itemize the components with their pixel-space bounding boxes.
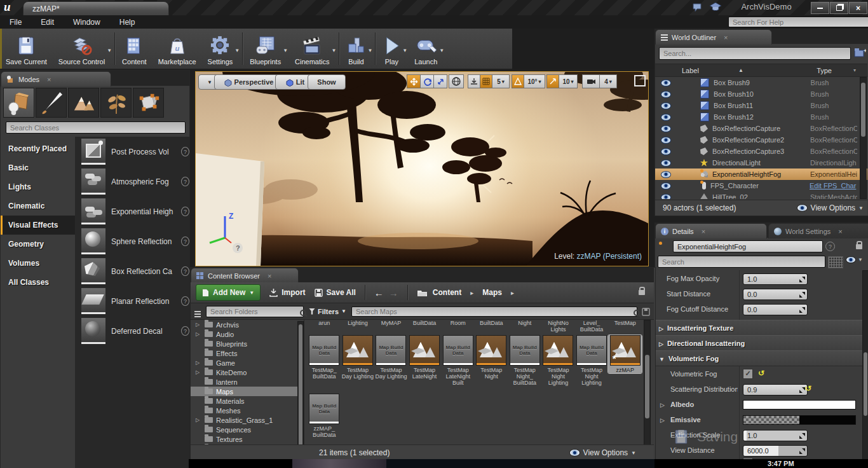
- mode-place-button[interactable]: [3, 88, 34, 118]
- start-distance-input[interactable]: 0.0: [743, 289, 808, 300]
- surface-snap-button[interactable]: [468, 74, 480, 88]
- world-coordinate-button[interactable]: [449, 74, 464, 88]
- blueprints-dropdown-arrow[interactable]: ▼: [283, 48, 288, 53]
- help-icon[interactable]: ?: [181, 207, 189, 216]
- settings-dropdown-arrow[interactable]: ▼: [234, 48, 240, 53]
- scale-snap-button[interactable]: [546, 74, 559, 88]
- placement-category[interactable]: Visual Effects: [1, 216, 75, 235]
- mode-foliage-button[interactable]: [100, 88, 132, 118]
- help-icon[interactable]: ?: [181, 326, 189, 336]
- property-matrix-button[interactable]: [828, 256, 843, 268]
- expand-arrow-icon[interactable]: ▷: [196, 369, 201, 375]
- folder-row[interactable]: Blueprints: [191, 339, 304, 348]
- forward-button[interactable]: →: [389, 287, 398, 298]
- details-tab[interactable]: i Details ×: [655, 223, 767, 238]
- outliner-view-options-button[interactable]: View Options ▼: [797, 203, 864, 212]
- visibility-eye-icon[interactable]: [661, 125, 671, 132]
- folder-tree-scrollbar-thumb[interactable]: [299, 324, 302, 449]
- asset-label[interactable]: BuiltData: [408, 320, 442, 335]
- assets-scrollbar[interactable]: [644, 320, 651, 446]
- blueprints-button[interactable]: Blueprints: [244, 29, 287, 69]
- camera-speed-value-button[interactable]: 4▾: [599, 74, 617, 88]
- expand-arrow-icon[interactable]: ▷: [196, 360, 201, 366]
- placement-category[interactable]: Cinematic: [1, 196, 75, 216]
- search-assets-input[interactable]: [351, 306, 637, 317]
- mode-landscape-button[interactable]: [68, 88, 99, 118]
- filters-button[interactable]: Filters ▼: [309, 308, 346, 315]
- add-folder-icon[interactable]: +: [853, 47, 866, 59]
- details-tab-close-icon[interactable]: ×: [702, 228, 705, 235]
- folder-tree-scrollbar[interactable]: [297, 321, 304, 456]
- placement-item[interactable]: Sphere Reflection ?: [75, 226, 189, 256]
- placement-category[interactable]: Lights: [1, 177, 75, 196]
- minimize-button[interactable]: [811, 2, 829, 14]
- save-all-button[interactable]: Save All: [315, 288, 356, 297]
- placement-item[interactable]: Deferred Decal ?: [75, 316, 189, 346]
- outliner-row[interactable]: Box Brush9 Brush: [655, 77, 867, 88]
- help-icon[interactable]: ?: [825, 242, 835, 251]
- viewport[interactable]: Z ? Level: zzMAP (Persistent): [195, 71, 649, 266]
- placement-category[interactable]: Volumes: [1, 254, 75, 273]
- world-settings-tab-close-icon[interactable]: ×: [838, 228, 842, 235]
- modes-tab[interactable]: Modes ×: [1, 71, 111, 86]
- expand-arrow-icon[interactable]: ▷: [196, 322, 201, 327]
- play-dropdown-arrow[interactable]: ▼: [402, 48, 407, 53]
- asset-item[interactable]: Map Build Data TestMap LateNight Built: [441, 335, 475, 386]
- expand-arrow-icon[interactable]: ▷: [196, 417, 201, 423]
- scattering-distribution-input[interactable]: 0.9: [743, 384, 808, 396]
- content-button[interactable]: Content: [116, 29, 153, 69]
- asset-label[interactable]: Level_ BuiltData: [575, 320, 609, 335]
- details-scrollbar[interactable]: [862, 270, 868, 460]
- perspective-button[interactable]: Perspective: [214, 74, 283, 90]
- outliner-search-input[interactable]: [659, 47, 851, 60]
- folder-row[interactable]: Effects: [191, 348, 304, 358]
- outliner-row[interactable]: HillTree_02 StaticMeshActo: [655, 191, 867, 199]
- close-button[interactable]: ×: [849, 2, 867, 14]
- breadcrumb-content[interactable]: Content: [433, 288, 461, 297]
- lock-icon[interactable]: [856, 244, 862, 249]
- visibility-eye-icon[interactable]: [661, 194, 671, 200]
- asset-item[interactable]: TestMap Night Lighting: [541, 335, 575, 386]
- reset-to-default-icon[interactable]: [758, 369, 764, 378]
- help-icon[interactable]: ?: [181, 266, 189, 276]
- asset-item[interactable]: TestMap LateNight: [408, 335, 442, 380]
- folder-row[interactable]: Meshes: [191, 406, 304, 415]
- level-tab[interactable]: zzMAP*: [23, 1, 169, 16]
- outliner-row[interactable]: Box Brush11 Brush: [655, 100, 867, 111]
- placement-item[interactable]: Atmospheric Fog ?: [75, 167, 189, 196]
- rotation-snap-value-button[interactable]: 10°▾: [524, 74, 545, 88]
- build-dropdown-arrow[interactable]: ▼: [367, 48, 372, 53]
- outliner-row[interactable]: DirectionalLight DirectionalLigh: [655, 157, 867, 169]
- import-button[interactable]: Import: [269, 288, 305, 297]
- section-directional-inscattering[interactable]: Directional Inscattering: [655, 335, 868, 351]
- restore-button[interactable]: [830, 2, 848, 14]
- menu-item[interactable]: Window: [64, 15, 110, 29]
- outliner-row[interactable]: FPS_Character Edit FPS_Char: [655, 180, 867, 191]
- details-search-input[interactable]: [658, 256, 825, 268]
- folder-row[interactable]: Materials: [191, 396, 304, 406]
- outliner-scrollbar-thumb[interactable]: [861, 83, 865, 137]
- placement-category[interactable]: Basic: [1, 158, 75, 177]
- search-classes-input[interactable]: [6, 121, 186, 134]
- content-browser-tab[interactable]: Content Browser ×: [191, 268, 299, 283]
- outliner-row[interactable]: BoxReflectionCapture2 BoxReflectionC: [655, 134, 867, 146]
- cinematics-dropdown-arrow[interactable]: ▼: [331, 48, 336, 53]
- placement-category[interactable]: Recently Placed: [1, 139, 75, 158]
- visibility-eye-icon[interactable]: [661, 160, 671, 167]
- visibility-eye-icon[interactable]: [661, 91, 671, 98]
- display-filter-button[interactable]: ▼: [846, 256, 863, 263]
- outliner-row[interactable]: Box Brush12 Brush: [655, 111, 867, 123]
- menu-item[interactable]: File: [0, 15, 31, 29]
- save-search-icon[interactable]: [642, 308, 650, 316]
- folder-row[interactable]: Textures: [191, 434, 304, 444]
- help-icon[interactable]: ?: [181, 237, 189, 246]
- section-inscattering-texture[interactable]: Inscattering Texture: [655, 320, 868, 336]
- cinematics-button[interactable]: Cinematics: [289, 29, 335, 69]
- help-icon[interactable]: ?: [181, 177, 189, 186]
- launch-dropdown-arrow[interactable]: ▼: [439, 48, 444, 53]
- asset-label[interactable]: arun: [308, 320, 341, 335]
- asset-item[interactable]: zzMAP: [608, 335, 642, 373]
- folder-row[interactable]: ▷ Archvis: [191, 320, 304, 329]
- asset-label[interactable]: NightNo Lights: [541, 320, 575, 335]
- label-column-header[interactable]: Label: [682, 67, 699, 74]
